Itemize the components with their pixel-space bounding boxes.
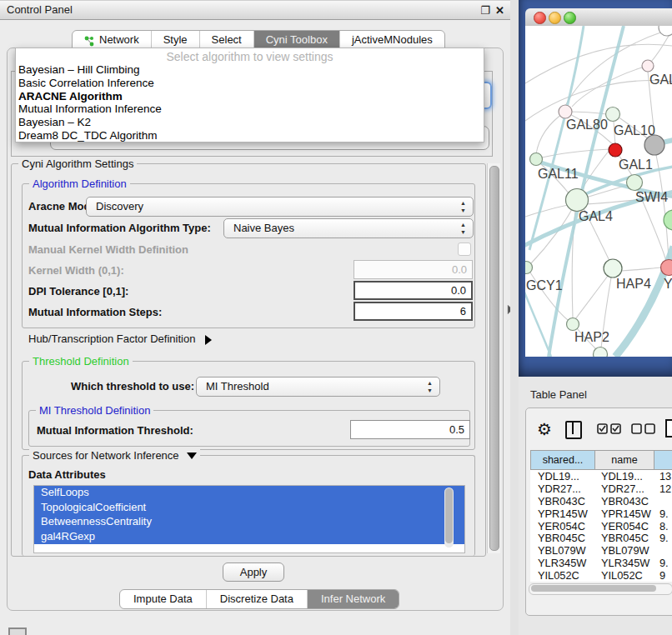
close-traffic-light[interactable]	[534, 12, 546, 24]
combo-stepper-icon: ▲▼	[460, 221, 466, 236]
settings-scrollbar[interactable]	[487, 163, 500, 553]
node-partial-topright[interactable]	[659, 26, 672, 36]
mi-steps-field[interactable]: 6	[354, 302, 473, 321]
data-attribute-item[interactable]: SelfLoops	[34, 486, 464, 501]
new-table-icon[interactable]	[664, 419, 672, 438]
mi-type-combobox[interactable]: Naive Bayes ▲▼	[223, 218, 474, 238]
mi-steps-label: Mutual Information Steps:	[28, 306, 162, 318]
minimize-traffic-light[interactable]	[549, 12, 561, 24]
table-row[interactable]: YLR345WYLR345W9.	[530, 557, 672, 569]
aracne-mode-combobox[interactable]: Discovery ▲▼	[86, 197, 474, 217]
column-header[interactable]: shared...	[530, 450, 595, 470]
sources-title: Sources for Network Inference	[33, 449, 179, 462]
table-horizontal-scrollbar[interactable]	[529, 583, 672, 595]
minimized-panel-icon[interactable]	[8, 628, 27, 635]
zoom-traffic-light[interactable]	[564, 12, 576, 24]
mi-threshold-label: Mutual Information Threshold:	[37, 424, 193, 437]
control-panel-title: Control Panel	[7, 3, 73, 16]
node-hap4[interactable]	[604, 259, 622, 278]
table-cell: YDL19...	[594, 470, 652, 482]
close-window-icon[interactable]: ✕	[495, 4, 504, 17]
column-header[interactable]	[654, 450, 672, 470]
tab-select[interactable]: Select	[199, 31, 253, 49]
gear-icon[interactable]: ⚙	[535, 419, 554, 439]
algorithm-option[interactable]: Basic Correlation Inference	[16, 77, 484, 90]
node-red[interactable]	[609, 143, 622, 157]
cyni-algorithm-settings-title: Cyni Algorithm Settings	[18, 158, 137, 170]
network-view-canvas[interactable]: GALGAL80GAL10GAL1GAL11SWI4GAL4GCY1HAP4YH…	[525, 26, 672, 357]
tab-cyni-toolbox[interactable]: Cyni Toolbox	[253, 31, 339, 49]
manual-kernel-checkbox[interactable]	[458, 242, 471, 256]
tab-network[interactable]: Network	[73, 31, 151, 49]
algorithm-option[interactable]: Dream8 DC_TDC Algorithm	[16, 129, 484, 142]
node-gal80[interactable]	[559, 105, 572, 118]
column-header[interactable]: name	[595, 450, 654, 470]
apply-button[interactable]: Apply	[223, 562, 284, 582]
data-attribute-item[interactable]: gal4RGexp	[34, 530, 464, 545]
table-row[interactable]: YIL052CYIL052C9	[530, 569, 672, 582]
kernel-width-field[interactable]: 0.0	[354, 260, 473, 279]
node-gal11[interactable]	[530, 153, 543, 166]
dpi-tolerance-field[interactable]: 0.0	[354, 281, 473, 300]
table-cell: YLR345W	[530, 557, 594, 569]
expanded-arrow-icon	[187, 452, 197, 459]
network-icon	[84, 35, 95, 47]
table-cell: 9.	[652, 557, 672, 569]
node-label-gal: GAL	[649, 72, 672, 87]
columns-icon[interactable]	[565, 421, 582, 439]
table-cell: YDR27...	[594, 482, 652, 495]
control-panel-titlebar: Control Panel ❐ ✕	[0, 0, 510, 20]
which-threshold-value: MI Threshold	[206, 380, 269, 392]
node-salmon-right[interactable]	[661, 260, 672, 276]
sources-title-toggle[interactable]: Sources for Network Inference	[29, 449, 200, 462]
table-cell: 9.	[652, 532, 672, 544]
aracne-mode-value: Discovery	[96, 200, 143, 212]
node-hap2[interactable]	[567, 318, 579, 331]
select-all-checks-icon[interactable]	[597, 423, 624, 434]
node-gray[interactable]	[644, 135, 664, 155]
tab-label: Style	[163, 33, 188, 46]
bottom-tab-discretize-data[interactable]: Discretize Data	[206, 590, 307, 608]
table-cell	[652, 544, 672, 557]
table-row[interactable]: YER054CYER054C8.	[530, 520, 672, 532]
bottom-tab-impute-data[interactable]: Impute Data	[120, 590, 206, 608]
float-window-icon[interactable]: ❐	[480, 4, 490, 17]
panel-divider[interactable]	[510, 0, 519, 635]
hub-definition-toggle[interactable]: Hub/Transcription Factor Definition	[28, 332, 212, 345]
list-scrollbar[interactable]	[444, 488, 454, 548]
kernel-width-label: Kernel Width (0,1):	[28, 264, 124, 277]
table-row[interactable]: YPR145WYPR145W9.	[530, 508, 672, 520]
algorithm-option[interactable]: Bayesian – Hill Climbing	[16, 63, 484, 77]
algorithm-option[interactable]: Bayesian – K2	[16, 116, 484, 129]
deselect-all-checks-icon[interactable]	[631, 423, 658, 434]
table-row[interactable]: YDR27...YDR27...12	[530, 482, 672, 495]
data-attribute-item[interactable]: TopologicalCoefficient	[34, 501, 464, 516]
bottom-tab-infer-network[interactable]: Infer Network	[307, 590, 399, 608]
mi-threshold-definition-title: MI Threshold Definition	[36, 404, 153, 417]
tab-style[interactable]: Style	[151, 31, 199, 49]
table-row[interactable]: YBR043CYBR043C	[530, 495, 672, 508]
algorithm-dropdown-popup: Select algorithm to view settings Bayesi…	[15, 48, 484, 142]
data-attributes-list[interactable]: SelfLoopsTopologicalCoefficientBetweenne…	[33, 485, 465, 553]
network-window-titlebar[interactable]	[525, 8, 672, 27]
node-label-y: Y	[664, 277, 672, 291]
tab-jactivemnodules[interactable]: jActiveMNodules	[339, 31, 444, 49]
node-partial-bottom[interactable]	[594, 348, 608, 358]
table-cell: 8.	[652, 520, 672, 532]
algorithm-option[interactable]: Mutual Information Inference	[16, 102, 484, 116]
node-swi4[interactable]	[627, 175, 643, 191]
node-pink-top[interactable]	[642, 60, 654, 72]
table-row[interactable]: YBR045CYBR045C9.	[530, 532, 672, 544]
mi-threshold-field[interactable]: 0.5	[350, 420, 470, 439]
which-threshold-combobox[interactable]: MI Threshold ▲▼	[196, 377, 440, 397]
data-attribute-item[interactable]: BetweennessCentrality	[34, 515, 464, 530]
collapsed-arrow-icon	[205, 335, 212, 345]
algorithm-option[interactable]: ARACNE Algorithm	[16, 90, 484, 103]
combo-stepper-icon: ▲▼	[460, 199, 466, 214]
node-gal4[interactable]	[566, 189, 589, 212]
node-gal10[interactable]	[606, 108, 620, 122]
application-screen: Control Panel ❐ ✕ NetworkStyleSelectCyni…	[0, 0, 672, 635]
table-row[interactable]: YBL079WYBL079W	[530, 544, 672, 557]
table-cell: YBR045C	[530, 532, 594, 544]
table-row[interactable]: YDL19...YDL19...13	[530, 470, 672, 482]
